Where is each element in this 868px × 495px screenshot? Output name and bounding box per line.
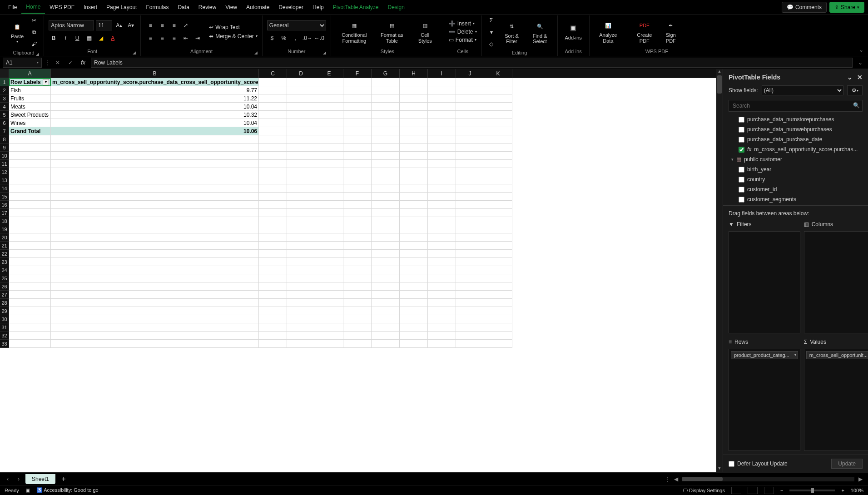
cell[interactable] xyxy=(51,184,259,193)
menu-home[interactable]: Home xyxy=(21,1,45,14)
cell[interactable] xyxy=(372,201,400,209)
display-settings-button[interactable]: 🖵 Display Settings xyxy=(683,488,725,493)
cell[interactable] xyxy=(343,299,372,307)
delete-cells-button[interactable]: ➖Delete▾ xyxy=(449,29,477,35)
cell[interactable] xyxy=(428,323,456,332)
cell[interactable] xyxy=(259,242,287,250)
cell[interactable] xyxy=(287,266,315,274)
cell[interactable] xyxy=(372,242,400,250)
cell[interactable] xyxy=(259,160,287,168)
indent-decrease-button[interactable]: ⇤ xyxy=(181,33,191,43)
field-checkbox[interactable] xyxy=(739,127,744,133)
sheet-tab-active[interactable]: Sheet1 xyxy=(25,474,55,484)
cell[interactable] xyxy=(484,258,512,266)
cell[interactable] xyxy=(51,176,259,184)
cell[interactable] xyxy=(484,225,512,233)
cell[interactable] xyxy=(484,274,512,282)
cell[interactable] xyxy=(456,144,484,152)
cell[interactable] xyxy=(456,168,484,176)
cell[interactable] xyxy=(456,340,484,348)
field-list[interactable]: purchase_data_numstorepurchasespurchase_… xyxy=(729,114,866,205)
field-item[interactable]: customer_segments xyxy=(729,194,866,204)
cell[interactable] xyxy=(484,266,512,274)
cell[interactable] xyxy=(315,258,343,266)
field-search-input[interactable] xyxy=(729,100,863,112)
cell[interactable] xyxy=(372,340,400,348)
cell[interactable] xyxy=(372,135,400,144)
align-center-button[interactable]: ≡ xyxy=(157,33,167,43)
cell[interactable] xyxy=(259,119,287,127)
cell[interactable] xyxy=(9,266,51,274)
cell[interactable] xyxy=(9,250,51,258)
field-checkbox[interactable] xyxy=(739,167,744,173)
column-header-D[interactable]: D xyxy=(287,69,315,78)
menu-design[interactable]: Design xyxy=(383,1,409,13)
autosum-button[interactable]: Σ xyxy=(486,15,496,25)
cell[interactable] xyxy=(287,86,315,94)
hscroll-track[interactable] xyxy=(682,477,854,481)
cell[interactable] xyxy=(51,274,259,282)
cell[interactable] xyxy=(428,94,456,103)
normal-view-button[interactable] xyxy=(731,487,741,494)
bold-button[interactable]: B xyxy=(49,33,59,43)
cell[interactable] xyxy=(372,78,400,86)
cell[interactable] xyxy=(51,250,259,258)
cell[interactable] xyxy=(315,160,343,168)
cell[interactable] xyxy=(456,242,484,250)
cell[interactable] xyxy=(484,201,512,209)
cell[interactable] xyxy=(484,111,512,119)
cell[interactable] xyxy=(428,307,456,315)
merge-center-button[interactable]: ⬌ Merge & Center ▾ xyxy=(209,33,258,40)
hscroll-right[interactable]: ▶ xyxy=(856,476,864,482)
cell[interactable] xyxy=(484,323,512,332)
cell[interactable] xyxy=(428,168,456,176)
cell[interactable] xyxy=(343,201,372,209)
cell[interactable] xyxy=(259,184,287,193)
cell[interactable] xyxy=(315,184,343,193)
cell[interactable] xyxy=(9,168,51,176)
cell[interactable] xyxy=(315,307,343,315)
share-button[interactable]: ⇪ Share ▾ xyxy=(829,2,864,13)
cell[interactable] xyxy=(400,217,428,225)
cell[interactable] xyxy=(343,127,372,135)
cell[interactable] xyxy=(456,135,484,144)
cell[interactable] xyxy=(259,103,287,111)
cell[interactable] xyxy=(456,291,484,299)
macro-recorder-icon[interactable]: ▣ xyxy=(25,487,30,493)
cell[interactable] xyxy=(51,315,259,323)
update-button[interactable]: Update xyxy=(831,459,863,469)
cell[interactable] xyxy=(372,209,400,217)
cell[interactable] xyxy=(343,323,372,332)
hscroll-thumb[interactable] xyxy=(682,477,723,481)
row-header[interactable]: 24 xyxy=(0,266,9,274)
cell[interactable] xyxy=(287,160,315,168)
fill-color-button[interactable]: ◢ xyxy=(96,33,106,43)
cell[interactable]: 9.77 xyxy=(51,86,259,94)
cell[interactable] xyxy=(484,176,512,184)
cell[interactable] xyxy=(9,258,51,266)
cell[interactable]: 10.04 xyxy=(51,103,259,111)
cell[interactable] xyxy=(372,103,400,111)
cell[interactable] xyxy=(428,340,456,348)
cell[interactable] xyxy=(315,233,343,242)
row-header[interactable]: 25 xyxy=(0,274,9,282)
cell[interactable] xyxy=(400,127,428,135)
cell[interactable] xyxy=(484,217,512,225)
cell[interactable] xyxy=(287,282,315,291)
row-header[interactable]: 28 xyxy=(0,299,9,307)
cell[interactable] xyxy=(51,152,259,160)
cell[interactable] xyxy=(484,315,512,323)
cell[interactable] xyxy=(9,193,51,201)
clipboard-launcher[interactable]: ◢ xyxy=(36,52,39,56)
row-header[interactable]: 29 xyxy=(0,307,9,315)
cell[interactable] xyxy=(315,217,343,225)
cell[interactable] xyxy=(51,135,259,144)
row-header[interactable]: 13 xyxy=(0,176,9,184)
sort-filter-button[interactable]: ⇅ Sort & Filter xyxy=(499,20,525,45)
cell[interactable]: Fish xyxy=(9,86,51,94)
cell[interactable] xyxy=(287,323,315,332)
cell[interactable] xyxy=(372,323,400,332)
cell[interactable] xyxy=(259,152,287,160)
cell[interactable] xyxy=(456,225,484,233)
cell[interactable] xyxy=(259,193,287,201)
